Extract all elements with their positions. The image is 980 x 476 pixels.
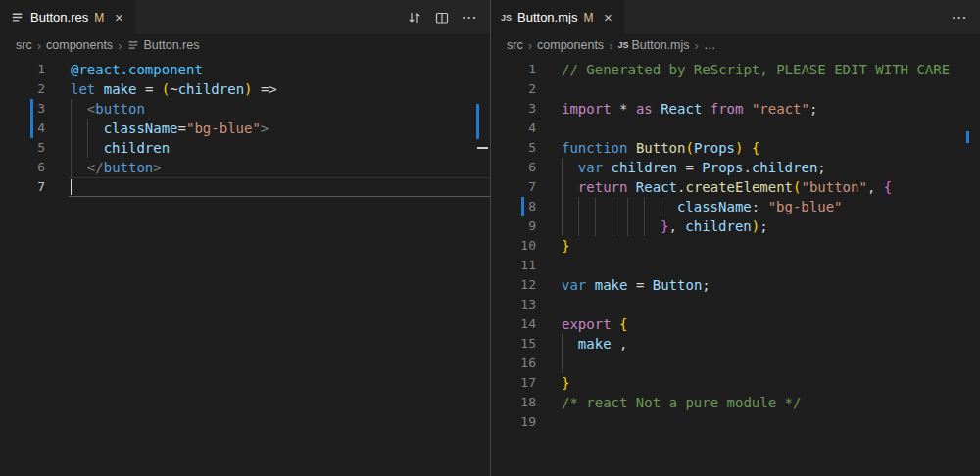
- code-line-content[interactable]: function Button(Props) {: [536, 138, 980, 158]
- code-line-content[interactable]: [536, 79, 980, 99]
- code-line[interactable]: 18/* react Not a pure module */: [491, 393, 980, 412]
- code-line-content[interactable]: </button>: [45, 158, 490, 177]
- code-line[interactable]: 5function Button(Props) {: [491, 138, 980, 158]
- code-line-content[interactable]: <button: [45, 99, 490, 119]
- line-number[interactable]: 4: [0, 119, 45, 138]
- code-line-content[interactable]: }: [536, 373, 980, 393]
- line-number[interactable]: 13: [491, 295, 536, 314]
- split-editor-icon[interactable]: [431, 7, 453, 28]
- code-line-content[interactable]: return React.createElement("button", {: [536, 177, 980, 197]
- line-number[interactable]: 5: [491, 138, 536, 158]
- code-line-content[interactable]: import * as React from "react";: [536, 99, 980, 119]
- line-number[interactable]: 9: [491, 216, 536, 236]
- line-number[interactable]: 18: [491, 393, 536, 412]
- breadcrumb-item-file[interactable]: Button.res: [143, 38, 199, 52]
- line-number[interactable]: 5: [0, 138, 45, 158]
- line-number[interactable]: 12: [491, 275, 536, 295]
- code-line-content[interactable]: @react.component: [45, 60, 490, 79]
- line-number[interactable]: 14: [491, 314, 536, 334]
- code-line[interactable]: 6var children = Props.children;: [491, 158, 980, 177]
- line-number[interactable]: 17: [491, 373, 536, 393]
- code-line[interactable]: 2: [491, 79, 980, 99]
- code-token: children: [612, 160, 677, 175]
- line-number[interactable]: 15: [491, 334, 536, 354]
- code-line-content[interactable]: }, children);: [536, 216, 980, 236]
- code-line[interactable]: 16: [491, 354, 980, 373]
- more-actions-icon[interactable]: ⋯: [949, 7, 970, 28]
- code-line[interactable]: 7: [0, 177, 490, 197]
- code-line-content[interactable]: let make = (~children) =>: [45, 79, 490, 99]
- line-number[interactable]: 8: [491, 197, 536, 216]
- line-number[interactable]: 4: [491, 119, 536, 138]
- code-line-content[interactable]: className="bg-blue">: [45, 119, 490, 138]
- code-line-content[interactable]: [45, 177, 490, 197]
- line-number[interactable]: 7: [0, 177, 45, 197]
- code-line[interactable]: 12var make = Button;: [491, 275, 980, 295]
- line-number[interactable]: 7: [491, 177, 536, 197]
- close-tab-icon[interactable]: ×: [599, 9, 616, 25]
- code-token: return: [578, 179, 628, 195]
- code-line[interactable]: 10}: [491, 236, 980, 256]
- code-line[interactable]: 5children: [0, 138, 490, 158]
- code-line[interactable]: 9}, children);: [491, 216, 980, 236]
- code-line-content[interactable]: className: "bg-blue": [536, 197, 980, 216]
- code-line-content[interactable]: [536, 119, 980, 138]
- code-editor-left[interactable]: 1@react.component2let make = (~children)…: [0, 56, 490, 476]
- code-line-content[interactable]: [536, 412, 980, 432]
- line-number[interactable]: 1: [0, 60, 45, 79]
- code-line[interactable]: 14export {: [491, 314, 980, 334]
- tab-button-res[interactable]: Button.res M ×: [0, 0, 135, 34]
- code-line[interactable]: 3import * as React from "react";: [491, 99, 980, 119]
- code-line[interactable]: 15make ,: [491, 334, 980, 354]
- more-actions-icon[interactable]: ⋯: [459, 7, 480, 28]
- code-line[interactable]: 1@react.component: [0, 60, 490, 79]
- code-line[interactable]: 19: [491, 412, 980, 432]
- code-line[interactable]: 6</button>: [0, 158, 490, 177]
- code-line-content[interactable]: /* react Not a pure module */: [536, 393, 980, 412]
- line-number[interactable]: 19: [491, 412, 536, 432]
- open-changes-icon[interactable]: [404, 7, 425, 28]
- breadcrumb-item-file[interactable]: Button.mjs: [631, 38, 689, 52]
- breadcrumb-item-src[interactable]: src: [507, 38, 523, 52]
- code-line-content[interactable]: }: [536, 236, 980, 256]
- breadcrumb-item-components[interactable]: components: [46, 38, 113, 52]
- code-line[interactable]: 11: [491, 256, 980, 275]
- code-line[interactable]: 8className: "bg-blue": [491, 197, 980, 216]
- code-editor-right[interactable]: 1// Generated by ReScript, PLEASE EDIT W…: [491, 56, 980, 476]
- code-line-content[interactable]: var make = Button;: [536, 275, 980, 295]
- breadcrumb-item-more[interactable]: …: [704, 38, 716, 52]
- code-line[interactable]: 17}: [491, 373, 980, 393]
- code-token: "bg-blue": [186, 120, 261, 136]
- code-line-content[interactable]: [536, 295, 980, 314]
- code-token: Button: [636, 140, 686, 156]
- code-line[interactable]: 13: [491, 295, 980, 314]
- line-number[interactable]: 3: [0, 99, 45, 119]
- line-number[interactable]: 10: [491, 236, 536, 256]
- breadcrumb-item-components[interactable]: components: [537, 38, 604, 52]
- line-number[interactable]: 2: [0, 79, 45, 99]
- tab-button-mjs[interactable]: JS Button.mjs M ×: [491, 0, 624, 34]
- code-line[interactable]: 2let make = (~children) =>: [0, 79, 490, 99]
- line-number[interactable]: 1: [491, 60, 536, 79]
- breadcrumb-item-src[interactable]: src: [16, 38, 32, 52]
- line-number[interactable]: 6: [0, 158, 45, 177]
- line-number[interactable]: 2: [491, 79, 536, 99]
- code-line-content[interactable]: [536, 256, 980, 275]
- line-number[interactable]: 6: [491, 158, 536, 177]
- code-line[interactable]: 4className="bg-blue">: [0, 119, 490, 138]
- code-line-content[interactable]: // Generated by ReScript, PLEASE EDIT WI…: [536, 60, 980, 79]
- code-line-content[interactable]: var children = Props.children;: [536, 158, 980, 177]
- line-number[interactable]: 16: [491, 354, 536, 373]
- code-line[interactable]: 7return React.createElement("button", {: [491, 177, 980, 197]
- code-line-content[interactable]: [536, 354, 980, 373]
- code-line[interactable]: 1// Generated by ReScript, PLEASE EDIT W…: [491, 60, 980, 79]
- line-number[interactable]: 11: [491, 256, 536, 275]
- editor-pane-left: Button.res M × ⋯: [0, 0, 490, 476]
- code-line[interactable]: 4: [491, 119, 980, 138]
- code-line-content[interactable]: export {: [536, 314, 980, 334]
- code-line-content[interactable]: children: [45, 138, 490, 158]
- code-line-content[interactable]: make ,: [536, 334, 980, 354]
- line-number[interactable]: 3: [491, 99, 536, 119]
- code-line[interactable]: 3<button: [0, 99, 490, 119]
- close-tab-icon[interactable]: ×: [110, 9, 127, 25]
